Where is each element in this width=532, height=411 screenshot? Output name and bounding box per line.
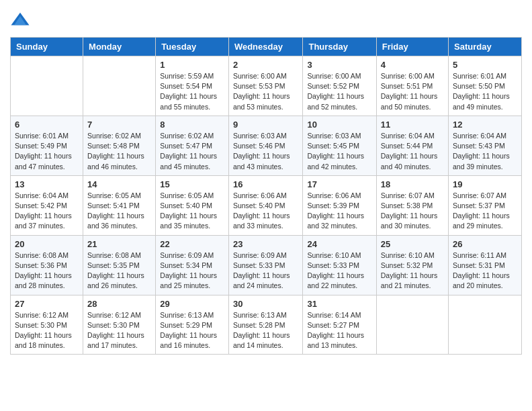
day-cell: 12Sunrise: 6:04 AM Sunset: 5:43 PM Dayli… — [449, 116, 522, 175]
day-cell: 14Sunrise: 6:05 AM Sunset: 5:41 PM Dayli… — [83, 175, 156, 235]
day-info: Sunrise: 6:04 AM Sunset: 5:44 PM Dayligh… — [381, 131, 444, 172]
day-cell: 25Sunrise: 6:10 AM Sunset: 5:32 PM Dayli… — [376, 235, 448, 295]
day-info: Sunrise: 5:59 AM Sunset: 5:54 PM Dayligh… — [160, 71, 224, 112]
header-row: SundayMondayTuesdayWednesdayThursdayFrid… — [11, 38, 522, 56]
day-cell: 5Sunrise: 6:01 AM Sunset: 5:50 PM Daylig… — [449, 56, 522, 116]
day-cell: 13Sunrise: 6:04 AM Sunset: 5:42 PM Dayli… — [11, 175, 83, 235]
day-cell: 2Sunrise: 6:00 AM Sunset: 5:53 PM Daylig… — [228, 56, 303, 116]
day-cell: 30Sunrise: 6:13 AM Sunset: 5:28 PM Dayli… — [228, 295, 303, 355]
week-row-5: 27Sunrise: 6:12 AM Sunset: 5:30 PM Dayli… — [11, 295, 522, 355]
day-number: 10 — [307, 120, 371, 130]
day-cell — [83, 56, 156, 116]
day-number: 29 — [160, 299, 224, 309]
day-info: Sunrise: 6:13 AM Sunset: 5:28 PM Dayligh… — [233, 310, 299, 351]
day-cell: 26Sunrise: 6:11 AM Sunset: 5:31 PM Dayli… — [449, 235, 522, 295]
calendar-header-wednesday: Wednesday — [228, 38, 303, 56]
day-number: 18 — [381, 179, 444, 189]
calendar: SundayMondayTuesdayWednesdayThursdayFrid… — [10, 37, 522, 355]
day-info: Sunrise: 6:04 AM Sunset: 5:42 PM Dayligh… — [15, 191, 79, 232]
day-number: 17 — [307, 179, 371, 189]
day-info: Sunrise: 6:02 AM Sunset: 5:48 PM Dayligh… — [87, 131, 151, 172]
week-row-1: 1Sunrise: 5:59 AM Sunset: 5:54 PM Daylig… — [11, 56, 522, 116]
day-number: 21 — [87, 239, 151, 249]
calendar-header-thursday: Thursday — [303, 38, 376, 56]
day-cell: 10Sunrise: 6:03 AM Sunset: 5:45 PM Dayli… — [303, 116, 376, 175]
day-info: Sunrise: 6:05 AM Sunset: 5:41 PM Dayligh… — [87, 191, 151, 232]
calendar-header-friday: Friday — [376, 38, 448, 56]
day-info: Sunrise: 6:08 AM Sunset: 5:36 PM Dayligh… — [15, 250, 79, 291]
logo-icon — [10, 10, 30, 30]
day-info: Sunrise: 6:07 AM Sunset: 5:37 PM Dayligh… — [453, 191, 517, 232]
day-number: 15 — [160, 179, 224, 189]
day-number: 25 — [381, 239, 444, 249]
day-cell: 11Sunrise: 6:04 AM Sunset: 5:44 PM Dayli… — [376, 116, 448, 175]
day-number: 11 — [381, 120, 444, 130]
day-number: 30 — [233, 299, 299, 309]
day-info: Sunrise: 6:00 AM Sunset: 5:51 PM Dayligh… — [381, 71, 444, 112]
day-info: Sunrise: 6:06 AM Sunset: 5:39 PM Dayligh… — [307, 191, 371, 232]
calendar-header-monday: Monday — [83, 38, 156, 56]
day-info: Sunrise: 6:06 AM Sunset: 5:40 PM Dayligh… — [233, 191, 299, 232]
day-number: 9 — [233, 120, 299, 130]
day-number: 24 — [307, 239, 371, 249]
day-number: 4 — [381, 60, 444, 70]
day-cell: 6Sunrise: 6:01 AM Sunset: 5:49 PM Daylig… — [11, 116, 83, 175]
day-cell: 8Sunrise: 6:02 AM Sunset: 5:47 PM Daylig… — [156, 116, 229, 175]
day-cell: 29Sunrise: 6:13 AM Sunset: 5:29 PM Dayli… — [156, 295, 229, 355]
day-number: 8 — [160, 120, 224, 130]
day-number: 20 — [15, 239, 79, 249]
day-number: 19 — [453, 179, 517, 189]
day-cell: 4Sunrise: 6:00 AM Sunset: 5:51 PM Daylig… — [376, 56, 448, 116]
day-info: Sunrise: 6:00 AM Sunset: 5:52 PM Dayligh… — [307, 71, 371, 112]
day-number: 13 — [15, 179, 79, 189]
day-info: Sunrise: 6:05 AM Sunset: 5:40 PM Dayligh… — [160, 191, 224, 232]
week-row-2: 6Sunrise: 6:01 AM Sunset: 5:49 PM Daylig… — [11, 116, 522, 175]
day-number: 12 — [453, 120, 517, 130]
day-cell — [449, 295, 522, 355]
calendar-header-sunday: Sunday — [11, 38, 83, 56]
day-info: Sunrise: 6:03 AM Sunset: 5:46 PM Dayligh… — [233, 131, 299, 172]
page-header — [10, 10, 522, 30]
day-cell: 17Sunrise: 6:06 AM Sunset: 5:39 PM Dayli… — [303, 175, 376, 235]
day-info: Sunrise: 6:12 AM Sunset: 5:30 PM Dayligh… — [87, 310, 151, 351]
day-cell: 3Sunrise: 6:00 AM Sunset: 5:52 PM Daylig… — [303, 56, 376, 116]
day-number: 6 — [15, 120, 79, 130]
day-info: Sunrise: 6:10 AM Sunset: 5:33 PM Dayligh… — [307, 250, 371, 291]
day-cell: 28Sunrise: 6:12 AM Sunset: 5:30 PM Dayli… — [83, 295, 156, 355]
day-cell: 7Sunrise: 6:02 AM Sunset: 5:48 PM Daylig… — [83, 116, 156, 175]
week-row-4: 20Sunrise: 6:08 AM Sunset: 5:36 PM Dayli… — [11, 235, 522, 295]
day-info: Sunrise: 6:13 AM Sunset: 5:29 PM Dayligh… — [160, 310, 224, 351]
day-number: 27 — [15, 299, 79, 309]
day-info: Sunrise: 6:01 AM Sunset: 5:49 PM Dayligh… — [15, 131, 79, 172]
day-info: Sunrise: 6:01 AM Sunset: 5:50 PM Dayligh… — [453, 71, 517, 112]
day-cell: 22Sunrise: 6:09 AM Sunset: 5:34 PM Dayli… — [156, 235, 229, 295]
day-info: Sunrise: 6:08 AM Sunset: 5:35 PM Dayligh… — [87, 250, 151, 291]
day-info: Sunrise: 6:11 AM Sunset: 5:31 PM Dayligh… — [453, 250, 517, 291]
day-number: 5 — [453, 60, 517, 70]
day-cell: 18Sunrise: 6:07 AM Sunset: 5:38 PM Dayli… — [376, 175, 448, 235]
day-number: 14 — [87, 179, 151, 189]
day-info: Sunrise: 6:09 AM Sunset: 5:34 PM Dayligh… — [160, 250, 224, 291]
day-number: 26 — [453, 239, 517, 249]
logo — [10, 10, 32, 30]
day-info: Sunrise: 6:10 AM Sunset: 5:32 PM Dayligh… — [381, 250, 444, 291]
day-info: Sunrise: 6:12 AM Sunset: 5:30 PM Dayligh… — [15, 310, 79, 351]
day-info: Sunrise: 6:09 AM Sunset: 5:33 PM Dayligh… — [233, 250, 299, 291]
day-cell: 21Sunrise: 6:08 AM Sunset: 5:35 PM Dayli… — [83, 235, 156, 295]
day-cell: 9Sunrise: 6:03 AM Sunset: 5:46 PM Daylig… — [228, 116, 303, 175]
day-number: 28 — [87, 299, 151, 309]
day-cell: 19Sunrise: 6:07 AM Sunset: 5:37 PM Dayli… — [449, 175, 522, 235]
day-cell: 1Sunrise: 5:59 AM Sunset: 5:54 PM Daylig… — [156, 56, 229, 116]
day-cell: 15Sunrise: 6:05 AM Sunset: 5:40 PM Dayli… — [156, 175, 229, 235]
day-info: Sunrise: 6:00 AM Sunset: 5:53 PM Dayligh… — [233, 71, 299, 112]
day-number: 1 — [160, 60, 224, 70]
day-cell: 27Sunrise: 6:12 AM Sunset: 5:30 PM Dayli… — [11, 295, 83, 355]
day-number: 3 — [307, 60, 371, 70]
day-number: 16 — [233, 179, 299, 189]
day-number: 7 — [87, 120, 151, 130]
day-number: 2 — [233, 60, 299, 70]
day-cell: 16Sunrise: 6:06 AM Sunset: 5:40 PM Dayli… — [228, 175, 303, 235]
day-number: 31 — [307, 299, 371, 309]
day-info: Sunrise: 6:02 AM Sunset: 5:47 PM Dayligh… — [160, 131, 224, 172]
day-info: Sunrise: 6:07 AM Sunset: 5:38 PM Dayligh… — [381, 191, 444, 232]
